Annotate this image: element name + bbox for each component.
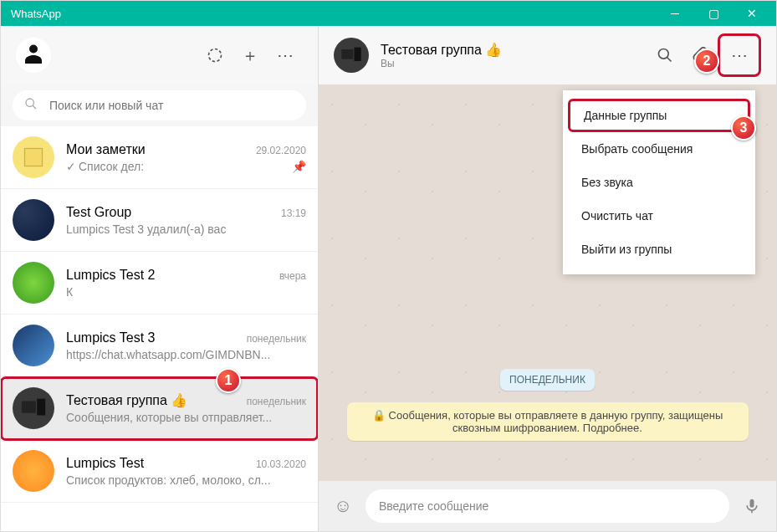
pin-icon: 📌 (292, 160, 306, 173)
search-input[interactable] (49, 99, 294, 112)
titlebar: WhatsApp ─ ▢ ✕ (1, 1, 776, 26)
menu-item-group-info[interactable]: Данные группы (568, 99, 750, 132)
chat-item-lumpics[interactable]: Lumpics Test 10.03.2020 Список продуктов… (1, 440, 318, 503)
close-button[interactable]: ✕ (733, 1, 771, 26)
chat-header-avatar[interactable] (334, 38, 369, 73)
status-button[interactable] (197, 38, 233, 73)
maximize-button[interactable]: ▢ (694, 1, 733, 26)
chat-item-notes[interactable]: Мои заметки 29.02.2020 ✓Список дел: 📌 (1, 126, 318, 189)
check-icon: ✓ (66, 160, 76, 173)
window-title: WhatsApp (6, 8, 656, 20)
chat-time: 13:19 (281, 207, 306, 219)
message-placeholder: Введите сообщение (379, 499, 488, 513)
avatar (13, 199, 54, 241)
chat-preview: К (66, 285, 306, 299)
attach-button[interactable] (682, 38, 718, 73)
svg-rect-4 (22, 402, 36, 413)
search-box[interactable] (13, 90, 306, 120)
voice-button[interactable] (739, 494, 764, 519)
search-bar (1, 84, 318, 126)
chat-list[interactable]: Мои заметки 29.02.2020 ✓Список дел: 📌 T (1, 126, 318, 531)
chat-time: 29.02.2020 (256, 145, 306, 156)
chat-header-title: Тестовая группа 👍 (381, 42, 647, 58)
svg-rect-10 (750, 499, 754, 508)
message-input[interactable]: Введите сообщение (365, 489, 729, 523)
more-icon: ⋯ (277, 45, 294, 65)
avatar (13, 387, 54, 429)
chat-name: Lumpics Test (66, 456, 249, 471)
svg-rect-5 (37, 399, 45, 416)
encryption-notice[interactable]: 🔒Сообщения, которые вы отправляете в дан… (347, 402, 749, 441)
menu-item-exit-group[interactable]: Выйти из группы (563, 233, 755, 266)
search-icon (24, 97, 38, 114)
chat-preview: Список продуктов: хлеб, молоко, сл... (66, 473, 306, 487)
sidebar-menu-button[interactable]: ⋯ (268, 38, 303, 73)
more-button-highlight: ⋯ (718, 33, 761, 77)
profile-avatar[interactable] (16, 38, 51, 73)
svg-rect-6 (341, 49, 353, 59)
avatar (13, 136, 54, 178)
svg-line-2 (33, 105, 36, 109)
chat-menu-button[interactable]: ⋯ (722, 38, 757, 73)
chat-item-testgroup[interactable]: Test Group 13:19 Lumpics Test 3 удалил(-… (1, 189, 318, 252)
microphone-icon (744, 496, 760, 516)
chat-name: Lumpics Test 3 (66, 330, 240, 345)
chat-time: 10.03.2020 (256, 458, 306, 470)
chat-search-button[interactable] (647, 38, 682, 73)
status-icon (207, 47, 223, 64)
composer: ☺ Введите сообщение (319, 481, 776, 531)
chat-preview: Lumpics Test 3 удалил(-а) вас (66, 223, 306, 236)
minimize-button[interactable]: ─ (656, 1, 694, 26)
chat-name: Мои заметки (66, 142, 249, 157)
svg-point-8 (659, 49, 669, 59)
day-badge: ПОНЕДЕЛЬНИК (499, 369, 596, 391)
chat-item-lumpics2[interactable]: Lumpics Test 2 вчера К (1, 252, 318, 315)
person-icon (21, 43, 46, 68)
plus-icon: ＋ (242, 44, 258, 67)
menu-item-mute[interactable]: Без звука (563, 166, 755, 199)
search-icon (657, 47, 673, 64)
chat-preview: Сообщения, которые вы отправляет... (66, 411, 306, 424)
avatar (13, 325, 54, 366)
chat-item-lumpics3[interactable]: Lumpics Test 3 понедельник https://chat.… (1, 315, 318, 377)
avatar (13, 262, 54, 304)
chat-preview: ✓Список дел: (66, 160, 287, 173)
chat-header[interactable]: Тестовая группа 👍 Вы ⋯ (319, 26, 776, 84)
window-controls: ─ ▢ ✕ (656, 1, 771, 26)
svg-line-9 (667, 58, 672, 62)
emoji-icon: ☺ (334, 495, 352, 517)
chat-header-subtitle: Вы (381, 58, 647, 69)
lock-icon: 🔒 (372, 409, 386, 422)
chat-name: Lumpics Test 2 (66, 268, 273, 283)
svg-rect-3 (25, 149, 43, 166)
chat-time: понедельник (247, 333, 306, 345)
paperclip-icon (692, 47, 708, 64)
svg-point-0 (209, 49, 222, 62)
menu-item-clear-chat[interactable]: Очистить чат (563, 199, 755, 233)
sidebar-header: ＋ ⋯ (1, 26, 318, 84)
chat-name: Test Group (66, 205, 274, 220)
context-menu: Данные группы Выбрать сообщения Без звук… (563, 90, 755, 274)
more-icon: ⋯ (731, 45, 748, 65)
avatar (13, 450, 54, 492)
svg-rect-7 (355, 48, 361, 61)
svg-point-1 (26, 99, 33, 106)
sidebar: ＋ ⋯ (1, 26, 319, 531)
chat-preview: https://chat.whatsapp.com/GIMDNBN... (66, 348, 306, 361)
chat-time: вчера (279, 270, 306, 282)
new-chat-button[interactable]: ＋ (233, 38, 268, 73)
emoji-button[interactable]: ☺ (330, 494, 355, 519)
chat-item-testovaya[interactable]: Тестовая группа 👍 понедельник Сообщения,… (1, 377, 318, 440)
chat-header-info: Тестовая группа 👍 Вы (381, 42, 647, 69)
chat-time: понедельник (247, 396, 306, 407)
menu-item-select-messages[interactable]: Выбрать сообщения (563, 132, 755, 166)
chat-name: Тестовая группа 👍 (66, 392, 240, 408)
